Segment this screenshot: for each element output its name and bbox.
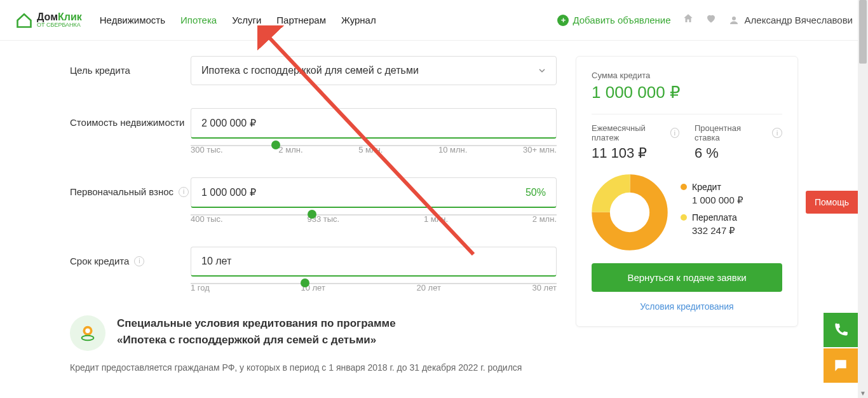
row-downpayment: Первоначальный взнос i 1 000 000 ₽ 50% 4… xyxy=(70,177,557,224)
payment-value: 11 103 ₽ xyxy=(592,145,679,161)
nav-partners[interactable]: Партнерам xyxy=(276,15,326,25)
downpayment-input[interactable]: 1 000 000 ₽ 50% xyxy=(191,177,557,208)
svg-point-0 xyxy=(732,17,736,20)
cost-input[interactable]: 2 000 000 ₽ xyxy=(191,108,557,139)
chat-button[interactable] xyxy=(824,348,858,383)
scroll-thumb[interactable] xyxy=(859,0,867,64)
row-term: Срок кредита i 10 лет 1 год 10 лет 20 ле… xyxy=(70,247,557,292)
phone-icon xyxy=(832,322,849,338)
summary-card: Сумма кредита 1 000 000 ₽ Ежемесячный пл… xyxy=(576,56,798,327)
info-icon[interactable]: i xyxy=(670,128,680,138)
sum-value: 1 000 000 ₽ xyxy=(592,83,782,102)
label-purpose: Цель кредита xyxy=(70,56,191,76)
rate-value: 6 % xyxy=(695,145,782,161)
home-icon[interactable] xyxy=(682,13,694,27)
heart-icon[interactable] xyxy=(705,13,717,27)
nav-services[interactable]: Услуги xyxy=(232,15,261,25)
main-content: Цель кредита Ипотека с господдержкой для… xyxy=(0,41,868,373)
user-icon xyxy=(728,15,740,26)
cost-slider[interactable]: 300 тыс. 2 млн. 5 млн. 10 млн. 30+ млн. xyxy=(191,145,557,154)
purpose-select[interactable]: Ипотека с господдержкой для семей с деть… xyxy=(191,56,557,85)
svg-point-2 xyxy=(85,329,90,334)
chart-legend: Кредит 1 000 000 ₽ Переплата 332 247 ₽ xyxy=(681,182,743,243)
logo-house-icon xyxy=(15,11,33,29)
scrollbar[interactable]: ▲ ▼ xyxy=(858,0,868,398)
row-cost: Стоимость недвижимости 2 000 000 ₽ 300 т… xyxy=(70,108,557,154)
svg-point-6 xyxy=(601,184,659,242)
nav-mortgage[interactable]: Ипотека xyxy=(180,15,217,25)
payment-label: Ежемесячный платежi xyxy=(592,123,679,142)
info-icon[interactable]: i xyxy=(179,187,189,197)
header: ДомКлик ОТ СБЕРБАНКА Недвижимость Ипотек… xyxy=(0,0,868,41)
logo[interactable]: ДомКлик ОТ СБЕРБАНКА xyxy=(15,11,82,29)
terms-link[interactable]: Условия кредитования xyxy=(640,301,733,312)
info-icon[interactable]: i xyxy=(134,256,144,266)
sum-label: Сумма кредита xyxy=(592,71,782,80)
chat-icon xyxy=(832,357,849,374)
label-downpayment: Первоначальный взнос i xyxy=(70,177,191,197)
header-right: + Добавить объявление Александр Вячеслав… xyxy=(557,13,853,27)
nav-journal[interactable]: Журнал xyxy=(341,15,376,25)
logo-text: ДомКлик ОТ СБЕРБАНКА xyxy=(37,12,82,28)
add-listing-link[interactable]: + Добавить объявление xyxy=(557,15,670,26)
chevron-down-icon xyxy=(538,67,546,74)
row-purpose: Цель кредита Ипотека с господдержкой для… xyxy=(70,56,557,85)
downpayment-slider[interactable]: 400 тыс. 933 тыс. 1 млн. 2 млн. xyxy=(191,214,557,224)
pacifier-icon xyxy=(70,315,105,351)
submit-button[interactable]: Вернуться к подаче заявки xyxy=(592,263,782,292)
plus-icon: + xyxy=(557,15,569,26)
rate-label: Процентная ставкаi xyxy=(695,123,782,142)
label-term: Срок кредита i xyxy=(70,247,191,266)
main-nav: Недвижимость Ипотека Услуги Партнерам Жу… xyxy=(100,15,376,25)
info-icon[interactable]: i xyxy=(772,128,782,138)
user-menu[interactable]: Александр Вячеславови xyxy=(728,15,853,26)
credit-description: Кредит предоставляется гражданам РФ, у к… xyxy=(70,362,557,373)
donut-chart xyxy=(592,174,668,250)
svg-point-3 xyxy=(82,336,94,341)
special-conditions: Специальные условия кредитования по прог… xyxy=(70,315,557,351)
nav-realestate[interactable]: Недвижимость xyxy=(100,15,165,25)
phone-button[interactable] xyxy=(824,313,858,347)
scroll-down-icon[interactable]: ▼ xyxy=(858,388,868,398)
help-button[interactable]: Помощь xyxy=(806,191,858,214)
term-slider[interactable]: 1 год 10 лет 20 лет 30 лет xyxy=(191,283,557,292)
special-text: Специальные условия кредитования по прог… xyxy=(117,315,396,348)
term-input[interactable]: 10 лет xyxy=(191,247,557,277)
form-column: Цель кредита Ипотека с господдержкой для… xyxy=(70,56,557,373)
label-cost: Стоимость недвижимости xyxy=(70,108,191,128)
